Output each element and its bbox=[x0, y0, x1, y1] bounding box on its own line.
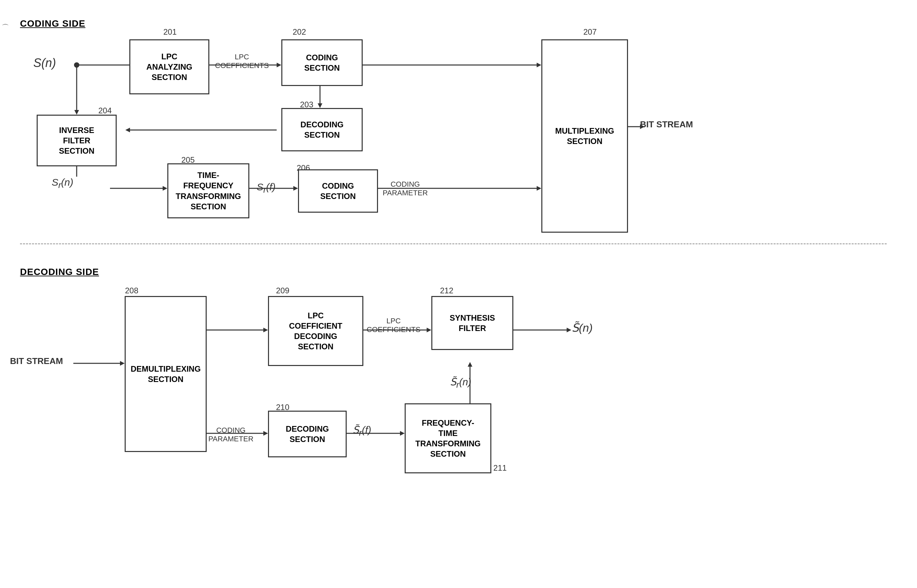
lpc-coeff-decoding-section: LPCCOEFFICIENTDECODINGSECTION bbox=[268, 296, 363, 366]
sr-n-label: Sr(n) bbox=[52, 177, 73, 190]
coding-section-206: CODINGSECTION bbox=[298, 169, 378, 213]
ref-208: 208 bbox=[125, 286, 138, 295]
decoding-section-203: DECODINGSECTION bbox=[281, 108, 363, 151]
ref-209: 209 bbox=[276, 286, 289, 295]
svg-marker-27 bbox=[427, 328, 431, 332]
ref-204: 204 bbox=[98, 106, 112, 115]
ref-211: 211 bbox=[493, 463, 507, 473]
svg-marker-15 bbox=[163, 186, 167, 191]
coding-parameter-label-2: CODINGPARAMETER bbox=[208, 426, 253, 443]
sr-f-label: Sr(f) bbox=[257, 181, 276, 195]
lpc-analyzing-section: LPCANALYZINGSECTION bbox=[129, 39, 209, 94]
svg-marker-35 bbox=[468, 362, 472, 367]
time-freq-transforming-section: TIME-FREQUENCYTRANSFORMINGSECTION bbox=[167, 163, 249, 218]
coding-side-label: CODING SIDE bbox=[20, 18, 86, 29]
svg-marker-19 bbox=[537, 186, 541, 191]
sn-input-label: S(n) bbox=[33, 56, 56, 70]
ref-201: 201 bbox=[163, 27, 177, 37]
freq-time-transforming-section: FREQUENCY-TIMETRANSFORMINGSECTION bbox=[405, 403, 491, 473]
bit-stream-label-coding: BIT STREAM bbox=[640, 120, 693, 130]
demultiplexing-section: DEMULTIPLEXINGSECTION bbox=[125, 296, 207, 452]
section-divider bbox=[20, 243, 887, 244]
svg-marker-10 bbox=[318, 103, 322, 108]
svg-marker-29 bbox=[567, 328, 572, 332]
synthesis-filter: SYNTHESISFILTER bbox=[431, 296, 513, 350]
svg-marker-8 bbox=[537, 63, 541, 67]
bit-stream-label-decoding: BIT STREAM bbox=[10, 356, 63, 366]
diagram-container: CODING SIDE S(n) 201 ⌒ LPCANALYZINGSECTI… bbox=[0, 0, 917, 588]
svg-marker-33 bbox=[400, 431, 405, 436]
svg-marker-23 bbox=[120, 361, 125, 366]
multiplexing-section: MULTIPLEXINGSECTION bbox=[541, 39, 628, 233]
svg-marker-17 bbox=[293, 186, 298, 191]
decoding-side-label: DECODING SIDE bbox=[20, 267, 99, 277]
ref-207: 207 bbox=[583, 27, 597, 37]
lpc-coefficients-label-1: LPCCOEFFICIENTS bbox=[215, 53, 269, 70]
decoding-section-210: DECODINGSECTION bbox=[268, 411, 347, 457]
coding-parameter-label-1: CODINGPARAMETER bbox=[383, 180, 428, 197]
s-tilde-n-label: S̃(n) bbox=[572, 321, 592, 334]
inverse-filter-section: INVERSEFILTERSECTION bbox=[37, 115, 117, 166]
sr-tilde-n-label: S̃r(n) bbox=[450, 376, 471, 390]
svg-marker-25 bbox=[263, 328, 268, 332]
svg-marker-31 bbox=[263, 431, 268, 436]
svg-marker-6 bbox=[277, 63, 281, 67]
svg-marker-12 bbox=[125, 128, 130, 132]
coding-section-202: CODINGSECTION bbox=[281, 39, 363, 86]
sr-tilde-f-label: S̃r(f) bbox=[353, 424, 371, 438]
svg-marker-4 bbox=[74, 110, 79, 115]
ref-202: 202 bbox=[293, 27, 306, 37]
lpc-coefficients-label-2: LPCCOEFFICIENTS bbox=[366, 317, 420, 334]
svg-point-2 bbox=[74, 62, 79, 68]
ref-212: 212 bbox=[440, 286, 453, 295]
